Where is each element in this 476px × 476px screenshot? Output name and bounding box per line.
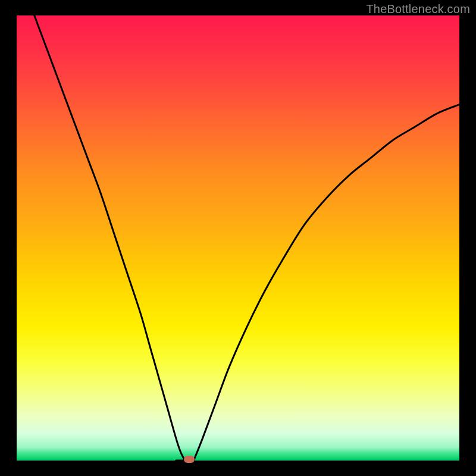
chart-frame: TheBottleneck.com	[0, 0, 476, 476]
bottleneck-marker	[184, 456, 195, 463]
bottleneck-curve	[17, 15, 459, 461]
plot-area	[17, 15, 459, 461]
watermark-text: TheBottleneck.com	[366, 2, 470, 16]
